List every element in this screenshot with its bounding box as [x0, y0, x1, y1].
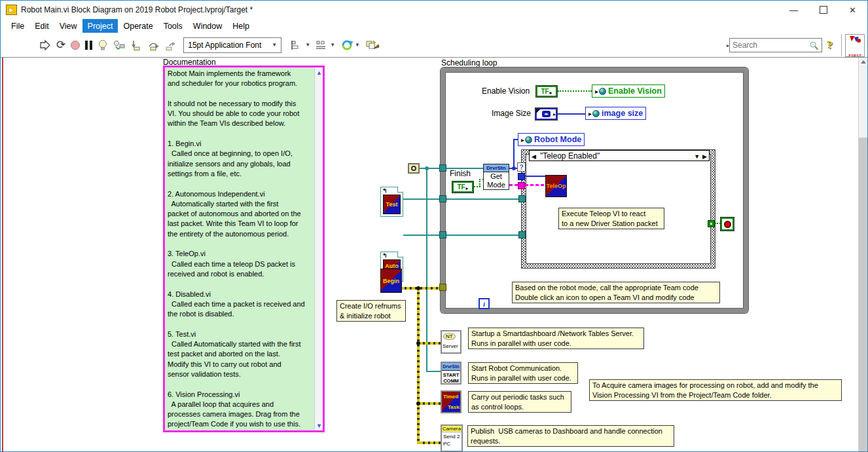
wire-junction — [512, 166, 516, 170]
wire-image-size — [558, 113, 585, 115]
tunnel-mode — [518, 173, 525, 180]
occurrence-constant[interactable] — [408, 163, 420, 174]
case-previous-icon[interactable] — [532, 151, 536, 160]
boolean-arrow-icon — [466, 183, 469, 192]
context-help-button[interactable]: ? — [827, 39, 833, 51]
minimize-button[interactable]: — — [779, 1, 808, 19]
comment-based-on-mode: Based on the robot mode, call the approp… — [512, 282, 720, 303]
window-title: Robot Main.vi Block Diagram on 2019 Robo… — [21, 5, 779, 14]
retain-wire-values-button[interactable] — [113, 37, 126, 54]
scroll-down-icon[interactable]: ▼ — [315, 421, 323, 430]
menu-window[interactable]: Window — [188, 19, 227, 33]
dogear-icon — [398, 187, 403, 192]
iteration-terminal: i — [479, 298, 490, 309]
driver-station-get-mode-node[interactable]: DrvrStn Get Mode — [483, 164, 509, 190]
case-next-icon[interactable] — [702, 151, 707, 160]
documentation-scrollbar[interactable]: ▲ ▼ — [314, 67, 323, 430]
error-wire-vertical — [417, 287, 420, 444]
vertical-scrollbar[interactable] — [858, 58, 867, 452]
menu-file[interactable]: File — [6, 19, 29, 33]
menu-tools[interactable]: Tools — [158, 19, 188, 33]
wire-refnum-to-startcomm — [426, 371, 441, 372]
scroll-up-icon[interactable] — [860, 59, 867, 66]
step-into-button[interactable] — [131, 37, 142, 54]
maximize-button[interactable] — [808, 1, 838, 19]
comment-create-io: Create I/O refnums & initialize robot — [336, 300, 406, 322]
title-bar: Robot Main.vi Block Diagram on 2019 Robo… — [1, 1, 867, 19]
labview-app-icon — [6, 5, 17, 15]
close-button[interactable]: ✕ — [838, 1, 867, 19]
comment-start-comm: Start Robot Communication. Runs in paral… — [468, 362, 578, 384]
error-wire-timed — [420, 402, 442, 405]
comment-vision: To Acquire camera images for processing … — [589, 379, 842, 401]
error-wire-nt — [420, 342, 442, 345]
align-objects-button[interactable]: ▼ — [291, 37, 310, 54]
image-size-global[interactable]: image size — [585, 107, 646, 120]
wire-junction — [416, 341, 420, 345]
nt-server-vi-icon[interactable]: NT Server — [441, 330, 461, 354]
documentation-panel[interactable]: Robot Main implements the framework and … — [163, 66, 325, 432]
enable-vision-global[interactable]: Enable Vision — [592, 85, 665, 98]
case-selector-value: "Teleop Enabled" — [540, 151, 694, 160]
toolbar-separator — [841, 34, 842, 56]
boolean-arrow-icon — [550, 87, 552, 96]
menu-help[interactable]: Help — [227, 19, 255, 33]
enum-arrow-icon: ▸ — [553, 111, 556, 117]
search-box[interactable] — [729, 38, 822, 52]
resize-objects-button[interactable]: ▼ — [340, 37, 360, 54]
wire-junction — [425, 166, 429, 170]
menu-operate[interactable]: Operate — [118, 19, 158, 33]
finish-tf-control[interactable]: TF — [452, 181, 474, 193]
pause-button[interactable] — [85, 37, 92, 54]
font-selector-value: 15pt Application Font — [188, 41, 261, 50]
comment-nt-server: Startup a Smartdashboard /Network Tables… — [468, 328, 644, 349]
tunnel-test — [439, 195, 446, 202]
tunnel-auto-case — [518, 231, 526, 238]
start-communication-vi-icon[interactable]: DrvrStn START COMM — [441, 362, 461, 385]
abort-button[interactable] — [71, 37, 80, 54]
reorder-objects-button[interactable] — [365, 37, 380, 54]
nt-badge: NT — [443, 333, 456, 340]
error-wire-begin — [401, 287, 442, 290]
step-over-button[interactable] — [147, 37, 159, 54]
menu-project[interactable]: Project — [82, 19, 118, 33]
tunnel-error — [439, 284, 446, 291]
globe-icon — [599, 88, 606, 95]
camera-server-vi-icon[interactable]: Camera Send 2 PC — [441, 424, 463, 452]
dogear-icon — [398, 252, 403, 257]
tunnel-auto — [439, 231, 446, 238]
finish-label: Finish — [450, 169, 471, 178]
wire-auto-vi — [403, 235, 520, 236]
first-logo-icon — [846, 35, 864, 44]
globe-icon — [592, 110, 600, 117]
menu-edit[interactable]: Edit — [29, 19, 54, 33]
run-button[interactable] — [39, 37, 51, 54]
ref-arrow-icon: ↰ — [382, 252, 388, 259]
case-selector[interactable]: "Teleop Enabled" — [529, 150, 710, 161]
image-size-enum-control[interactable]: ◂▸ ▸ — [535, 107, 558, 121]
step-out-button[interactable] — [164, 37, 175, 54]
tunnel-refnum — [439, 164, 446, 172]
begin-vi-icon[interactable]: Begin — [380, 269, 402, 293]
test-vi-reference[interactable]: ↰ Test — [380, 187, 403, 217]
loop-condition-terminal[interactable] — [721, 217, 734, 231]
timed-tasks-vi-icon[interactable]: Timed Tasks — [441, 390, 461, 413]
highlight-execution-button[interactable] — [98, 37, 108, 54]
enable-vision-tf-control[interactable]: TF — [535, 85, 558, 98]
tunnel-stop — [708, 220, 715, 227]
case-dropdown-icon[interactable] — [694, 151, 702, 160]
run-continuous-button[interactable]: ⟳ — [56, 37, 65, 54]
teleop-vi-icon[interactable]: TeleOp — [545, 175, 567, 197]
scroll-up-icon[interactable]: ▲ — [315, 68, 323, 77]
globe-icon — [525, 136, 532, 143]
tunnel-ds-data — [518, 182, 525, 189]
scrollbar-thumb[interactable] — [859, 138, 867, 452]
font-selector[interactable]: 15pt Application Font ▼ — [183, 37, 281, 53]
comment-timed-tasks: Carry out periodic tasks such as control… — [468, 391, 571, 413]
robot-mode-global[interactable]: Robot Mode — [518, 133, 585, 146]
case-selector-terminal: ? — [517, 162, 526, 172]
distribute-objects-button[interactable]: ▼ — [316, 37, 335, 54]
menu-view[interactable]: View — [54, 19, 82, 33]
search-input[interactable] — [732, 41, 809, 50]
wire-robot-mode-vertical — [513, 139, 515, 169]
